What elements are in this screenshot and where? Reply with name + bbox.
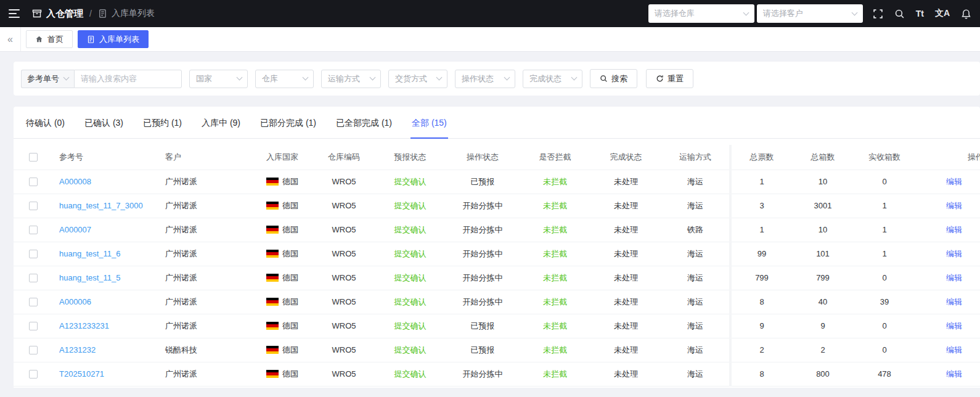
germany-flag-icon [266, 202, 279, 210]
filter-select-2[interactable]: 仓库 [255, 70, 314, 88]
filter-selects: 国家仓库运输方式交货方式操作状态完成状态 [189, 70, 582, 88]
column-header: 实收箱数 [854, 145, 915, 170]
page-doc-icon [98, 9, 107, 18]
reference-link[interactable]: huang_test_11_7_3000 [59, 201, 143, 210]
table-row: A1231232锐酷科技德国WRO5提交确认已预报未拦截未处理海运220编辑 [14, 338, 980, 362]
column-header: 运输方式 [661, 145, 730, 170]
reference-link[interactable]: A000008 [59, 177, 91, 186]
edit-link[interactable]: 编辑 [946, 225, 962, 234]
table-row: A000008广州诺派德国WRO5提交确认已预报未拦截未处理海运1100编辑 [14, 170, 980, 194]
filter-select-label: 仓库 [262, 73, 278, 84]
search-button[interactable]: 搜索 [590, 69, 637, 88]
reference-link[interactable]: A1231232 [59, 345, 96, 354]
intercept-status-badge: 未拦截 [543, 297, 567, 306]
inbound-list-panel: 待确认 (0)已确认 (3)已预约 (1)入库中 (9)已部分完成 (1)已全部… [14, 107, 980, 388]
status-tabs: 待确认 (0)已确认 (3)已预约 (1)入库中 (9)已部分完成 (1)已全部… [14, 107, 980, 139]
filter-select-6[interactable]: 完成状态 [523, 70, 582, 88]
intercept-status-badge: 未拦截 [543, 225, 567, 234]
forecast-status-badge: 提交确认 [394, 369, 427, 379]
intercept-status-badge: 未拦截 [543, 177, 567, 186]
forecast-status-badge: 提交确认 [394, 297, 427, 306]
warehouse-select-placeholder: 请选择仓库 [655, 8, 695, 19]
forecast-status-badge: 提交确认 [394, 321, 427, 330]
row-checkbox[interactable] [29, 178, 38, 186]
status-tab-7[interactable]: 全部 (15) [410, 107, 448, 139]
row-checkbox[interactable] [29, 202, 38, 210]
edit-link[interactable]: 编辑 [946, 273, 962, 282]
translate-icon[interactable]: 文A [935, 8, 950, 19]
edit-link[interactable]: 编辑 [946, 321, 962, 330]
row-checkbox[interactable] [29, 322, 38, 330]
search-input[interactable] [74, 70, 182, 88]
column-header: 是否拦截 [520, 145, 590, 170]
column-header: 参考号 [53, 145, 159, 170]
tab-home[interactable]: 首页 [26, 30, 73, 48]
chevron-down-icon [303, 75, 309, 81]
row-checkbox[interactable] [29, 250, 38, 258]
intercept-status-badge: 未拦截 [543, 369, 567, 379]
filter-select-3[interactable]: 运输方式 [321, 70, 381, 88]
filter-select-4[interactable]: 交货方式 [388, 70, 447, 88]
edit-link[interactable]: 编辑 [946, 297, 962, 306]
tab-inbound-list[interactable]: 入库单列表 [78, 30, 149, 48]
column-header: 操作状态 [446, 145, 520, 170]
row-checkbox[interactable] [29, 298, 38, 306]
reset-button[interactable]: 重置 [646, 69, 693, 88]
chevron-down-icon [851, 9, 857, 15]
status-tab-2[interactable]: 已确认 (3) [83, 107, 125, 139]
customer-select[interactable]: 请选择客户 [757, 4, 863, 23]
reference-link[interactable]: T202510271 [59, 369, 104, 379]
filter-select-5[interactable]: 操作状态 [455, 70, 515, 88]
chevron-down-icon [370, 75, 376, 81]
breadcrumb-separator: / [89, 9, 92, 18]
edit-link[interactable]: 编辑 [946, 369, 962, 379]
tab-home-label: 首页 [47, 34, 63, 45]
forecast-status-badge: 提交确认 [394, 273, 427, 282]
row-checkbox[interactable] [29, 370, 38, 379]
customer-select-placeholder: 请选择客户 [763, 8, 803, 19]
reference-link[interactable]: A000007 [59, 225, 91, 234]
edit-link[interactable]: 编辑 [946, 201, 962, 210]
reset-button-label: 重置 [668, 73, 684, 84]
row-checkbox[interactable] [29, 346, 38, 354]
table-row: huang_test_11_5广州诺派德国WRO5提交确认开始分拣中未拦截未处理… [14, 266, 980, 290]
edit-link[interactable]: 编辑 [946, 249, 962, 258]
forecast-status-badge: 提交确认 [394, 201, 427, 210]
edit-link[interactable]: 编辑 [946, 345, 962, 354]
collapse-sidebar-icon[interactable]: « [0, 27, 21, 51]
status-tab-1[interactable]: 待确认 (0) [25, 107, 66, 139]
column-header: 完成状态 [590, 145, 661, 170]
status-tab-5[interactable]: 已部分完成 (1) [259, 107, 317, 139]
germany-flag-icon [266, 346, 279, 354]
fullscreen-icon[interactable] [873, 9, 883, 19]
row-checkbox[interactable] [29, 274, 38, 282]
menu-toggle-icon[interactable] [9, 9, 21, 18]
intercept-status-badge: 未拦截 [543, 273, 567, 282]
intercept-status-badge: 未拦截 [543, 321, 567, 330]
select-all-checkbox[interactable] [29, 153, 38, 162]
filter-select-1[interactable]: 国家 [189, 70, 248, 88]
filter-select-label: 操作状态 [462, 73, 494, 84]
column-header: 仓库编码 [313, 145, 375, 170]
status-tab-6[interactable]: 已全部完成 (1) [335, 107, 393, 139]
chevron-down-icon [237, 75, 243, 81]
reference-link[interactable]: A000006 [59, 297, 91, 306]
reference-link[interactable]: huang_test_11_5 [59, 273, 121, 282]
intercept-status-badge: 未拦截 [543, 345, 567, 354]
reference-link[interactable]: A1231233231 [59, 321, 109, 330]
reference-link[interactable]: huang_test_11_6 [59, 249, 121, 258]
germany-flag-icon [266, 274, 279, 282]
status-tab-4[interactable]: 入库中 (9) [200, 107, 242, 139]
status-tab-3[interactable]: 已预约 (1) [142, 107, 183, 139]
edit-link[interactable]: 编辑 [946, 177, 962, 186]
search-icon [600, 75, 608, 83]
search-icon[interactable] [894, 9, 905, 19]
search-type-select[interactable]: 参考单号 [21, 70, 74, 88]
warehouse-select[interactable]: 请选择仓库 [648, 4, 754, 23]
bell-icon[interactable] [961, 9, 971, 19]
breadcrumb-page: 入库单列表 [112, 8, 155, 19]
table-container: 参考号客户入库国家仓库编码预报状态操作状态是否拦截完成状态运输方式总票数总箱数实… [14, 145, 980, 387]
chevron-down-icon [504, 75, 510, 81]
text-size-icon[interactable]: Tt [916, 9, 924, 18]
row-checkbox[interactable] [29, 226, 38, 234]
